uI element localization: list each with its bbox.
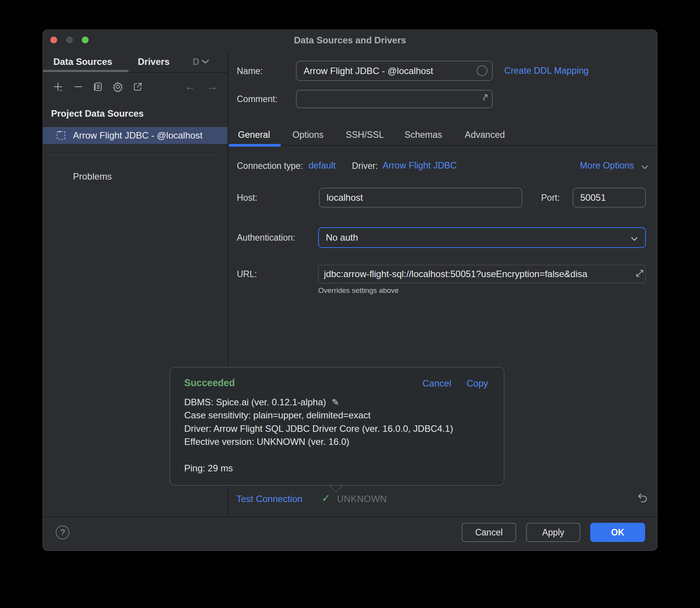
help-button[interactable]: ?	[56, 525, 69, 539]
tab-ssh-ssl[interactable]: SSH/SSL	[346, 126, 384, 144]
expand-url-icon[interactable]	[635, 268, 645, 280]
tabs-border	[228, 145, 657, 146]
host-input[interactable]: localhost	[319, 188, 522, 208]
popup-copy-link[interactable]: Copy	[467, 378, 488, 389]
open-in-new-window-button[interactable]	[132, 81, 144, 93]
name-input[interactable]: Arrow Flight JDBC - @localhost	[296, 61, 493, 81]
tab-data-sources[interactable]: Data Sources	[53, 53, 112, 71]
url-hint: Overrides settings above	[318, 286, 399, 295]
host-value: localhost	[327, 188, 363, 207]
tab-options[interactable]: Options	[292, 126, 324, 144]
result-line-case-sensitivity: Case sensitivity: plain=upper, delimited…	[184, 409, 492, 422]
authentication-value: No auth	[326, 228, 358, 247]
result-line-dbms: DBMS: Spice.ai (ver. 0.12.1-alpha) ✎	[184, 396, 492, 409]
data-source-list-item[interactable]: Arrow Flight JDBC - @localhost	[43, 127, 228, 144]
data-sources-dialog: Data Sources and Drivers Data Sources Dr…	[43, 30, 657, 550]
more-options-link[interactable]: More Options	[580, 160, 634, 171]
driver-value-link[interactable]: Arrow Flight JDBC	[383, 160, 457, 171]
comment-input[interactable]	[296, 90, 493, 108]
duplicate-button[interactable]	[92, 81, 104, 93]
section-title: Project Data Sources	[51, 108, 144, 119]
url-label: URL:	[237, 269, 257, 279]
progress-circle-icon	[477, 65, 487, 76]
popup-status-succeeded: Succeeded	[184, 377, 235, 388]
comment-label: Comment:	[237, 94, 277, 104]
apply-button[interactable]: Apply	[526, 523, 580, 542]
port-label: Port:	[541, 192, 560, 203]
result-line-driver: Driver: Arrow Flight SQL JDBC Driver Cor…	[184, 422, 492, 435]
tab-general[interactable]: General	[238, 126, 270, 144]
back-button[interactable]: ←	[184, 81, 196, 93]
active-general-tab-indicator	[229, 144, 281, 147]
popup-cancel-link[interactable]: Cancel	[423, 378, 451, 389]
tab-schemas[interactable]: Schemas	[404, 126, 442, 144]
url-value: jdbc:arrow-flight-sql://localhost:50051?…	[324, 265, 634, 283]
name-label: Name:	[237, 66, 263, 76]
driver-label: Driver:	[352, 160, 378, 171]
data-source-label: Arrow Flight JDBC - @localhost	[73, 127, 226, 144]
connection-type-value-link[interactable]: default	[309, 160, 336, 171]
active-tab-indicator	[43, 70, 129, 72]
footer-divider	[43, 516, 657, 517]
port-input[interactable]: 50051	[573, 188, 646, 208]
connection-result-status: UNKNOWN	[337, 493, 387, 505]
success-check-icon: ✓	[322, 492, 330, 504]
tab-drivers[interactable]: Drivers	[138, 53, 170, 71]
add-data-source-button[interactable]	[52, 81, 64, 93]
settings-gear-button[interactable]	[112, 81, 124, 93]
left-header-border	[43, 72, 228, 73]
result-line-effective-version: Effective version: UNKNOWN (ver. 16.0)	[184, 435, 492, 448]
create-ddl-mapping-link[interactable]: Create DDL Mapping	[504, 66, 589, 76]
forward-button[interactable]: →	[206, 81, 218, 93]
expand-comment-icon[interactable]	[480, 93, 489, 104]
connection-type-label: Connection type:	[237, 160, 303, 171]
edit-dbms-pencil-icon[interactable]: ✎	[329, 397, 339, 407]
host-label: Host:	[237, 192, 258, 203]
authentication-select[interactable]: No auth	[318, 227, 646, 248]
port-value: 50051	[580, 188, 606, 207]
name-value: Arrow Flight JDBC - @localhost	[304, 61, 433, 80]
database-driver-icon	[56, 131, 66, 142]
remove-data-source-button[interactable]	[72, 81, 84, 93]
authentication-chevron-icon	[631, 236, 638, 243]
sidebar-divider	[48, 155, 222, 155]
tabs-overflow-chevron-icon[interactable]	[201, 59, 210, 66]
revert-undo-button[interactable]	[636, 491, 649, 505]
result-line-blank	[184, 449, 492, 462]
authentication-label: Authentication:	[237, 232, 295, 243]
test-connection-popup: Succeeded Cancel Copy DBMS: Spice.ai (ve…	[170, 367, 504, 486]
window-title: Data Sources and Drivers	[43, 35, 657, 46]
more-options-chevron-icon[interactable]	[641, 164, 649, 171]
result-line-ping: Ping: 29 ms	[184, 462, 492, 475]
problems-label[interactable]: Problems	[73, 170, 112, 183]
url-input[interactable]: jdbc:arrow-flight-sql://localhost:50051?…	[318, 265, 646, 283]
ok-button[interactable]: OK	[590, 523, 645, 542]
cancel-button[interactable]: Cancel	[462, 523, 516, 542]
tab-ddl-truncated[interactable]: D	[193, 53, 199, 71]
tab-advanced[interactable]: Advanced	[465, 126, 505, 144]
test-connection-link[interactable]: Test Connection	[236, 493, 302, 505]
